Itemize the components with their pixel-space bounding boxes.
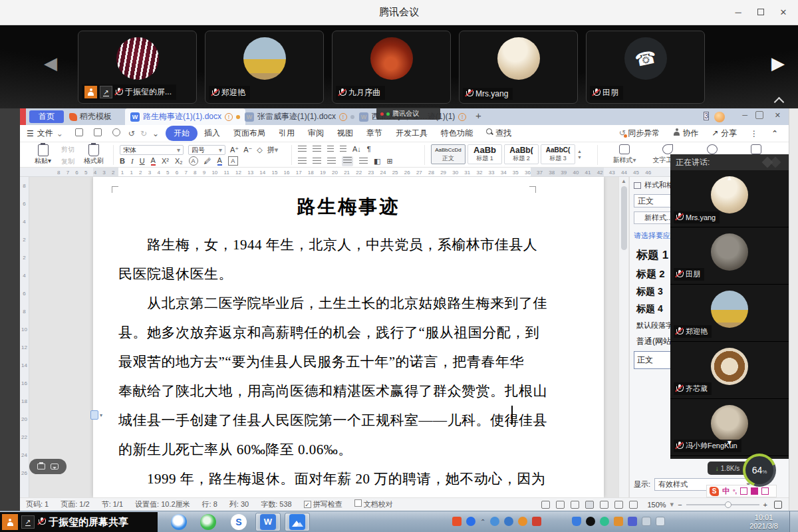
redo-icon[interactable]: ↻ bbox=[138, 129, 150, 138]
speaking-tile[interactable]: 冯小帅FengKun ▼ bbox=[670, 399, 789, 456]
taskbar-qq-browser[interactable] bbox=[166, 513, 192, 531]
line-spacing-icon[interactable] bbox=[359, 158, 368, 165]
wps-restore-button[interactable] bbox=[755, 111, 763, 120]
performance-gauge[interactable]: 64% bbox=[743, 454, 776, 487]
wps-minimize-button[interactable]: ─ bbox=[742, 111, 747, 119]
tray-magnifier-icon[interactable] bbox=[518, 517, 527, 526]
eye-protect-icon[interactable] bbox=[629, 501, 638, 509]
font-color-button[interactable]: A bbox=[217, 156, 222, 166]
scroll-up-icon[interactable]: ▲ bbox=[726, 174, 733, 182]
minimize-button[interactable]: ─ bbox=[729, 5, 747, 20]
font-size-select[interactable]: 四号▾ bbox=[188, 145, 225, 155]
vertical-ruler[interactable]: 8 6 4 2 2 4 6 8 10 12 14 16 18 20 22 24 … bbox=[20, 177, 29, 497]
taskbar-wechat[interactable] bbox=[196, 513, 221, 531]
tray-expand-icon[interactable]: ⌃ bbox=[480, 518, 485, 525]
find-menu[interactable]: 查找 bbox=[479, 126, 518, 141]
speaking-tile[interactable]: 齐芯葳 bbox=[670, 342, 789, 399]
pinyin-icon[interactable]: 拼▾ bbox=[267, 145, 279, 155]
preview-icon[interactable] bbox=[107, 128, 126, 138]
tray-volume-icon[interactable] bbox=[656, 517, 665, 526]
style-heading2[interactable]: AaBb( 标题 2 bbox=[504, 144, 539, 164]
menu-dev-tools[interactable]: 开发工具 bbox=[389, 126, 434, 141]
keyboard-icon[interactable] bbox=[740, 487, 747, 495]
align-center-icon[interactable] bbox=[313, 158, 321, 165]
tab-document-1[interactable]: 路生梅事迹(1)(1).docx bbox=[125, 108, 245, 125]
paste-button[interactable]: 粘贴▾ bbox=[35, 144, 51, 166]
shading-icon[interactable]: ◧ bbox=[374, 157, 380, 166]
document-page[interactable]: 路生梅事迹 路生梅，女，1944 年生，北京人，中共党员，系榆林市佳县人 民医院… bbox=[93, 177, 604, 497]
punctuation-icon[interactable]: °, bbox=[733, 488, 737, 495]
write-view-icon[interactable] bbox=[571, 501, 579, 509]
bold-button[interactable]: B bbox=[120, 157, 125, 165]
tray-icon[interactable] bbox=[628, 517, 637, 526]
tab-templates[interactable]: 稻壳模板 bbox=[69, 110, 112, 123]
menu-start[interactable]: 开始 bbox=[166, 126, 198, 141]
tab-home[interactable]: 首页 bbox=[29, 110, 64, 123]
scroll-right-icon[interactable]: ▶ bbox=[771, 53, 785, 74]
clear-format-icon[interactable]: ◇ bbox=[257, 146, 262, 154]
tray-icon[interactable] bbox=[532, 517, 541, 526]
spell-check-toggle[interactable]: ✓拼写检查 bbox=[298, 499, 348, 509]
char-border-icon[interactable]: A bbox=[228, 156, 238, 166]
taskbar-wps[interactable]: W bbox=[255, 513, 281, 531]
menu-special[interactable]: 特色功能 bbox=[434, 126, 479, 141]
video-tile[interactable]: 九月序曲 bbox=[332, 31, 451, 104]
font-color-red-button[interactable]: A bbox=[151, 156, 156, 166]
paragraph-mark-icon[interactable]: ¶ bbox=[367, 145, 371, 153]
document-scrollbar[interactable]: ▲ bbox=[618, 177, 628, 497]
wps-close-button[interactable]: ✕ bbox=[775, 111, 781, 120]
underline-button[interactable]: U bbox=[140, 157, 145, 165]
fit-page-icon[interactable] bbox=[774, 501, 782, 509]
zoom-in-button[interactable]: + bbox=[763, 501, 767, 509]
scroll-up-icon[interactable]: ▲ bbox=[621, 178, 626, 184]
speaking-tile[interactable]: 郑迎艳 bbox=[670, 285, 789, 342]
more-menu-icon[interactable]: ⋮ bbox=[743, 127, 765, 140]
align-left-icon[interactable] bbox=[298, 158, 307, 165]
video-tile[interactable]: ↗ 于振玺的屏... bbox=[78, 31, 197, 104]
tray-sogou-icon[interactable] bbox=[452, 517, 462, 526]
tray-icon[interactable] bbox=[504, 517, 513, 526]
save-icon[interactable] bbox=[70, 128, 88, 138]
print-icon[interactable] bbox=[88, 128, 107, 138]
account-avatar[interactable] bbox=[714, 112, 725, 124]
paste-options-float[interactable]: ▾ bbox=[90, 410, 105, 420]
undo-icon[interactable]: ↺ bbox=[126, 129, 138, 138]
collapse-ribbon-icon[interactable]: ⌃ bbox=[765, 127, 789, 140]
border-icon[interactable]: ⊞ bbox=[386, 157, 392, 166]
collaborate-button[interactable]: 协作 bbox=[666, 126, 705, 141]
tray-qq-icon[interactable] bbox=[586, 517, 595, 526]
web-view-icon[interactable] bbox=[614, 501, 623, 509]
toolbox-icon[interactable] bbox=[761, 487, 769, 495]
file-menu[interactable]: ☰ 文件 ⌄ bbox=[20, 126, 70, 141]
tray-icon[interactable] bbox=[490, 517, 499, 526]
menu-insert[interactable]: 插入 bbox=[198, 126, 227, 141]
sort-icon[interactable]: A↓ bbox=[352, 145, 361, 153]
font-name-select[interactable]: 宋体▾ bbox=[120, 145, 184, 155]
style-gallery-scroll[interactable]: ▲ ▼ bbox=[577, 149, 582, 160]
numbered-list-icon[interactable] bbox=[313, 146, 321, 153]
video-tile[interactable]: 田朋 bbox=[586, 31, 705, 104]
tray-network-icon[interactable] bbox=[642, 517, 651, 526]
maximize-button[interactable] bbox=[751, 5, 770, 20]
chinese-mode-icon[interactable]: 中 bbox=[722, 486, 730, 496]
input-method-bar[interactable]: S 中 °, bbox=[706, 485, 777, 497]
style-normal[interactable]: AaBbCcDd 正文 bbox=[431, 144, 466, 164]
italic-button[interactable]: I bbox=[131, 157, 134, 165]
tray-icon[interactable] bbox=[600, 517, 609, 526]
zoom-slider-knob[interactable] bbox=[725, 501, 732, 508]
new-tab-button[interactable]: + bbox=[475, 110, 481, 121]
customize-toolbar-icon[interactable]: ⌄ bbox=[150, 129, 162, 138]
share-button[interactable]: ↗ 分享 bbox=[706, 126, 743, 141]
subscript-button[interactable]: X₂ bbox=[175, 157, 183, 165]
status-word-count[interactable]: 字数: 538 bbox=[255, 499, 297, 509]
video-tile[interactable]: 郑迎艳 bbox=[205, 31, 324, 104]
read-view-icon[interactable] bbox=[556, 501, 565, 509]
page-view-icon[interactable] bbox=[585, 501, 594, 509]
sogou-icon[interactable]: S bbox=[710, 487, 719, 496]
doc-proof-toggle[interactable]: 文档校对 bbox=[348, 499, 399, 509]
menu-review[interactable]: 审阅 bbox=[301, 126, 331, 141]
doc-count-badge[interactable]: 3 bbox=[704, 112, 709, 121]
collapse-strip-icon[interactable] bbox=[774, 97, 785, 108]
style-heading1[interactable]: AaBb 标题 1 bbox=[467, 144, 502, 164]
menu-view[interactable]: 视图 bbox=[331, 126, 360, 141]
